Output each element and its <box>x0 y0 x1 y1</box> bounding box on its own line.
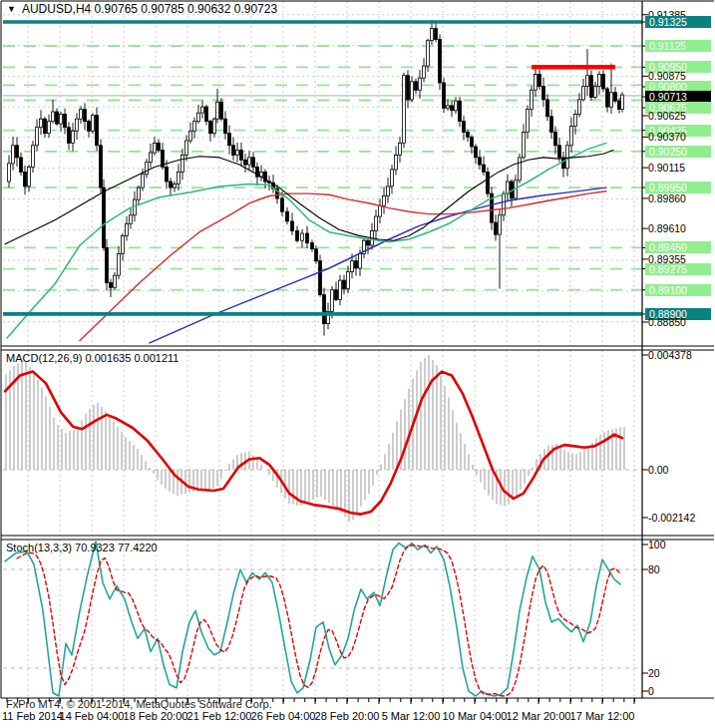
candle <box>174 183 177 187</box>
macd-indicator-label: MACD(12,26,9) 0.001635 0.001211 <box>6 352 179 364</box>
candle <box>130 215 133 224</box>
candle <box>216 102 219 119</box>
candle <box>339 280 342 299</box>
price-axis-label: 0.89610 <box>648 222 686 234</box>
indicator-axis-label: -0.002142 <box>648 512 695 524</box>
candle <box>439 40 442 84</box>
candle <box>459 101 462 122</box>
candle <box>315 249 318 261</box>
candle <box>213 119 216 134</box>
candle <box>291 221 294 231</box>
candle <box>621 95 624 110</box>
candle <box>64 114 67 127</box>
candle <box>447 106 450 108</box>
candle <box>527 110 530 133</box>
indicator-axis-label: 0 <box>648 685 654 697</box>
candle <box>570 127 573 146</box>
candle <box>407 76 410 100</box>
date-label: 14 Feb 04:00 <box>60 710 125 722</box>
candle <box>92 116 95 132</box>
price-axis-label: 0.90370 <box>648 131 686 143</box>
date-label: 5 Mar 12:00 <box>382 710 441 722</box>
candle <box>88 122 91 132</box>
indicator-axis-label: 0.00 <box>648 464 668 476</box>
candle <box>44 119 47 134</box>
candle <box>379 205 382 216</box>
candle <box>296 231 299 241</box>
candle <box>578 100 581 115</box>
candle <box>138 187 141 199</box>
candle <box>84 110 87 122</box>
price-axis-label: 0.89860 <box>648 192 686 204</box>
candle <box>347 272 350 289</box>
candle <box>367 240 370 245</box>
symbol-dropdown-icon[interactable]: ▼ <box>7 4 16 14</box>
candle <box>435 29 438 40</box>
candle <box>503 193 506 215</box>
candle <box>391 170 394 186</box>
candle <box>355 261 358 268</box>
candle <box>122 235 125 253</box>
candle <box>244 160 247 165</box>
candle <box>8 164 11 182</box>
candle <box>542 87 545 100</box>
candle <box>463 122 466 133</box>
candle <box>209 122 212 134</box>
candle <box>16 146 19 158</box>
candle <box>331 290 334 312</box>
candle <box>614 93 617 102</box>
candle <box>610 93 613 108</box>
candle <box>106 247 109 282</box>
candle <box>189 131 192 141</box>
candle <box>419 78 422 90</box>
candle <box>56 112 59 124</box>
candle <box>301 233 304 240</box>
candle <box>201 107 204 113</box>
candle <box>48 122 51 134</box>
candle <box>311 243 314 249</box>
candle <box>554 133 557 146</box>
candle <box>495 222 498 234</box>
candle <box>114 275 117 287</box>
candle <box>523 133 526 158</box>
candle <box>40 119 43 128</box>
candle <box>479 158 482 165</box>
candle <box>471 137 474 147</box>
candle <box>335 290 338 300</box>
candle <box>566 146 569 169</box>
candle <box>248 158 251 165</box>
date-label: 12 Mar 20:00 <box>507 710 571 722</box>
indicator-axis-label: 0.004378 <box>648 349 692 361</box>
date-label: 28 Feb 20:00 <box>315 710 380 722</box>
candle <box>142 175 145 187</box>
candle <box>519 158 522 181</box>
candle <box>12 146 15 164</box>
candle <box>550 117 553 133</box>
candle <box>150 153 153 163</box>
price-axis-label: 0.90625 <box>648 110 686 122</box>
chart-canvas[interactable] <box>0 0 715 728</box>
date-label: 10 Mar 04:00 <box>443 710 508 722</box>
candle <box>72 131 75 143</box>
price-axis-label: 0.88850 <box>648 316 686 328</box>
candle <box>96 116 99 146</box>
candle <box>395 156 398 171</box>
candle <box>403 76 406 144</box>
candle <box>483 165 486 172</box>
candle <box>574 114 577 126</box>
candle <box>586 76 589 87</box>
candle <box>427 41 430 66</box>
candle <box>80 110 83 120</box>
candle <box>228 134 231 146</box>
candle <box>475 147 478 158</box>
candle <box>220 102 223 119</box>
candle <box>411 82 414 100</box>
mt4-chart-window: ▼AUDUSD,H4 0.90765 0.90785 0.90632 0.907… <box>0 0 715 728</box>
candle <box>224 119 227 134</box>
date-label: 11 Feb 2014 <box>2 710 63 722</box>
candle <box>76 119 79 131</box>
candle <box>126 223 129 235</box>
candle <box>36 128 39 146</box>
price-axis-label: 0.91125 <box>645 40 711 52</box>
candle <box>602 75 605 90</box>
